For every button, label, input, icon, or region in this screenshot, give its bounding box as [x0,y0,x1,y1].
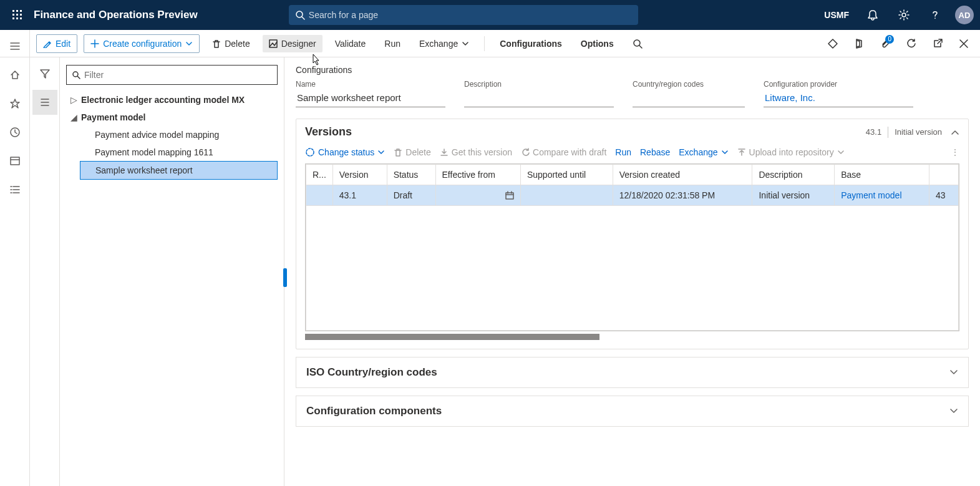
create-label: Create configuration [103,39,182,49]
validate-label: Validate [335,39,366,49]
search-icon [295,10,305,20]
svg-rect-4 [16,14,18,16]
designer-label: Designer [281,39,316,49]
office-icon[interactable] [849,34,869,54]
svg-line-16 [639,46,642,48]
notification-icon[interactable] [861,4,884,26]
plus-icon [90,39,99,48]
refresh-icon[interactable] [901,34,921,54]
app-title: Finance and Operations Preview [34,9,198,21]
company-label[interactable]: USMF [820,10,853,20]
options-label: Options [581,39,614,49]
command-bar-right: 0 [823,34,974,54]
svg-line-10 [302,17,304,19]
svg-rect-5 [20,14,22,16]
help-icon[interactable] [924,4,946,26]
chevron-down-icon [462,40,469,47]
top-nav: Finance and Operations Preview USMF AD [0,0,980,30]
edit-button[interactable]: Edit [36,34,77,53]
create-configuration-button[interactable]: Create configuration [84,34,200,53]
run-label: Run [384,39,400,49]
svg-rect-2 [20,10,22,12]
waffle-icon[interactable] [6,4,29,26]
separator [484,36,485,51]
search-icon [633,39,643,49]
exchange-button[interactable]: Exchange [413,35,475,52]
attach-icon[interactable]: 0 [875,34,895,54]
svg-point-11 [902,13,906,17]
avatar[interactable]: AD [955,6,974,24]
search-input[interactable] [309,10,632,20]
svg-rect-8 [20,17,22,19]
search-box[interactable] [289,5,638,25]
popout-icon[interactable] [928,34,948,54]
pencil-icon [43,39,52,48]
svg-rect-1 [16,10,18,12]
options-tab[interactable]: Options [575,35,620,52]
chevron-down-icon [185,40,193,47]
delete-button[interactable]: Delete [206,35,256,52]
delete-label: Delete [225,39,250,49]
designer-button[interactable]: Designer [263,35,323,52]
trash-icon [212,39,221,48]
close-icon[interactable] [954,34,974,54]
configurations-tab[interactable]: Configurations [493,35,568,52]
validate-button[interactable]: Validate [329,35,372,52]
run-button[interactable]: Run [378,35,407,52]
diamond-icon[interactable] [823,34,843,54]
svg-rect-3 [12,14,14,16]
configurations-label: Configurations [500,39,562,49]
attach-badge: 0 [885,35,894,44]
edit-label: Edit [56,39,70,49]
top-right: USMF AD [820,4,974,26]
gear-icon[interactable] [893,4,915,26]
command-bar: Edit Create configuration Delete Designe… [0,30,980,57]
action-search-button[interactable] [626,35,649,52]
exchange-label: Exchange [419,39,458,49]
svg-rect-7 [16,17,18,19]
svg-rect-0 [12,10,14,12]
svg-rect-6 [12,17,14,19]
designer-icon [269,39,278,48]
